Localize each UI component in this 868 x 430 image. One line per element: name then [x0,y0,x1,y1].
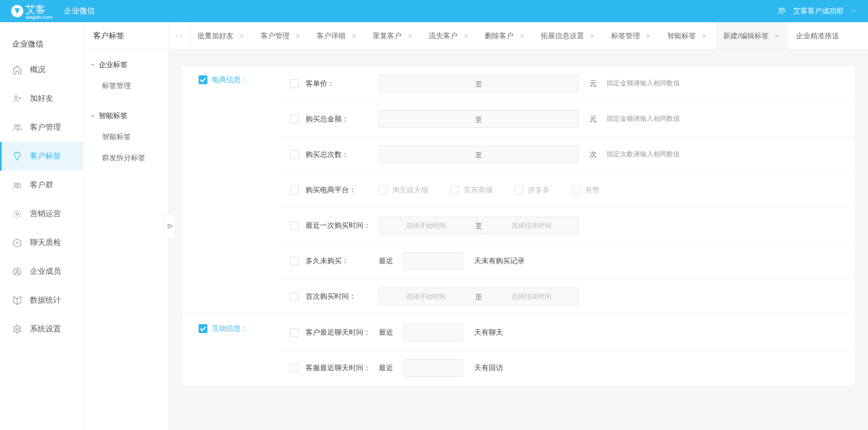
date-start-input[interactable] [379,288,473,305]
sidebar-item-chat-qc[interactable]: 聊天质检 [0,228,83,257]
option-label: 有赞 [585,185,600,195]
content-scroll[interactable]: 电商信息：客单价：至元固定金额请输入相同数值购买总金额：至元固定金额请输入相同数… [169,50,868,430]
section-title-text: 电商信息： [212,75,248,85]
hint-text: 固定金额请输入相同数值 [607,114,680,124]
tab-close-icon[interactable]: ✕ [646,32,651,40]
sidebar-item-overview[interactable]: 概况 [0,55,83,84]
sidebar-item-label: 数据统计 [30,295,61,305]
option-checkbox[interactable] [450,186,459,194]
sidebar-group-header[interactable]: 企业标签 [83,54,169,75]
row-checkbox[interactable] [290,150,299,159]
marketing-icon [12,209,22,219]
tabs-scroll-left[interactable] [169,22,190,49]
date-end-input[interactable] [484,288,578,305]
row-checkbox[interactable] [290,221,299,230]
tab[interactable]: 流失客户✕ [421,22,477,49]
tab-close-icon[interactable]: ✕ [463,32,469,40]
form-row-total-amount: 购买总金额：至元固定金额请输入相同数值 [279,101,855,137]
sidebar-item-customer-mgmt[interactable]: 客户管理 [0,113,83,142]
tab-close-icon[interactable]: ✕ [351,32,357,40]
tab[interactable]: 客户详细✕ [309,22,365,49]
sidebar-item-settings[interactable]: 系统设置 [0,315,83,344]
tab[interactable]: 标签管理✕ [603,22,659,49]
date-end-input[interactable] [484,217,578,234]
tab-close-icon[interactable]: ✕ [519,32,525,40]
unit-label: 元 [590,79,597,89]
tab-close-icon[interactable]: ✕ [590,32,595,40]
sidebar-item-members[interactable]: 企业成员 [0,257,83,286]
tab-label: 客户详细 [317,31,346,41]
row-checkbox[interactable] [290,364,299,372]
form-row-total-count: 购买总次数：至次固定次数请输入相同数值 [279,137,855,172]
sidebar-group-header[interactable]: 智能标签 [83,105,169,126]
range-to-input[interactable] [484,146,578,163]
option-checkbox[interactable] [379,186,388,194]
tab[interactable]: 客户管理✕ [253,22,309,49]
platform-option[interactable]: 拼多多 [515,185,550,195]
tab[interactable]: 重复客户✕ [365,22,421,49]
row-checkbox[interactable] [290,79,299,88]
platform-option[interactable]: 淘宝或天猫 [379,185,428,195]
sidebar-group-item[interactable]: 群发拆分标签 [83,147,169,168]
range-to-input[interactable] [484,110,578,128]
range-from-input[interactable] [379,146,473,163]
svg-point-12 [16,269,19,272]
top-header: 艾客 aiagain.com 企业微信 艾客客户成功部 [0,0,868,22]
range-to-input[interactable] [484,75,578,93]
range-from-input[interactable] [379,110,473,128]
row-checkbox[interactable] [290,115,299,124]
sidebar-collapse-toggle[interactable] [164,214,175,238]
section-checkbox[interactable] [199,75,207,84]
section-checkbox[interactable] [199,324,207,333]
tab[interactable]: 企业精准推送 [788,22,847,49]
platform-option[interactable]: 京东商城 [450,185,493,195]
tab[interactable]: 拓展信息设置✕ [533,22,603,49]
range-from-input[interactable] [379,75,473,93]
sidebar-item-add-friend[interactable]: 加好友 [0,84,83,113]
row-checkbox[interactable] [290,257,299,265]
sidebar-item-data-stats[interactable]: 数据统计 [0,286,83,315]
unit-label: 次 [590,150,597,160]
customer-group-icon [12,180,22,190]
brand-logo[interactable]: 艾客 aiagain.com [11,3,53,20]
tab[interactable]: 批量加好友✕ [190,22,253,49]
tab[interactable]: 删除客户✕ [477,22,533,49]
sidebar-item-label: 概况 [30,65,45,75]
tab[interactable]: 新建/编辑标签✕ [715,22,788,49]
sidebar-group-item[interactable]: 智能标签 [83,126,169,147]
days-input[interactable] [403,252,463,270]
row-checkbox[interactable] [290,292,299,301]
tab-close-icon[interactable]: ✕ [295,32,301,40]
option-label: 拼多多 [528,185,550,195]
sidebar-item-customer-group[interactable]: 客户群 [0,171,83,199]
date-start-input[interactable] [379,217,473,234]
tab-close-icon[interactable]: ✕ [774,32,780,40]
svg-point-2 [15,96,18,99]
settings-icon [12,324,22,334]
tab-close-icon[interactable]: ✕ [239,32,245,40]
prefix-text: 最近 [379,327,393,337]
suffix-text: 天有聊天 [474,327,503,337]
tab-close-icon[interactable]: ✕ [407,32,413,40]
row-checkbox[interactable] [290,328,299,337]
option-checkbox[interactable] [515,186,524,194]
header-right[interactable]: 艾客客户成功部 [776,6,857,16]
tab-label: 流失客户 [429,31,458,41]
group-label: 企业标签 [99,60,128,70]
tab[interactable]: 智能标签✕ [659,22,715,49]
sidebar-item-marketing[interactable]: 营销运营 [0,199,83,228]
secondary-sidebar: 客户标签 企业标签标签管理智能标签智能标签群发拆分标签 [83,22,169,430]
days-input[interactable] [403,359,463,377]
platform-option[interactable]: 有赞 [572,185,600,195]
secondary-sidebar-title: 客户标签 [83,22,169,50]
sidebar-group-item[interactable]: 标签管理 [83,75,169,96]
sidebar-item-customer-tag[interactable]: 客户标签 [0,142,83,171]
svg-point-9 [18,183,21,186]
days-input[interactable] [403,324,463,341]
row-checkbox[interactable] [290,186,299,194]
sidebar-item-label: 客户标签 [30,151,61,161]
main-area: 批量加好友✕客户管理✕客户详细✕重复客户✕流失客户✕删除客户✕拓展信息设置✕标签… [169,22,868,430]
collapse-icon [166,222,174,230]
option-checkbox[interactable] [572,186,581,194]
tab-close-icon[interactable]: ✕ [702,32,707,40]
